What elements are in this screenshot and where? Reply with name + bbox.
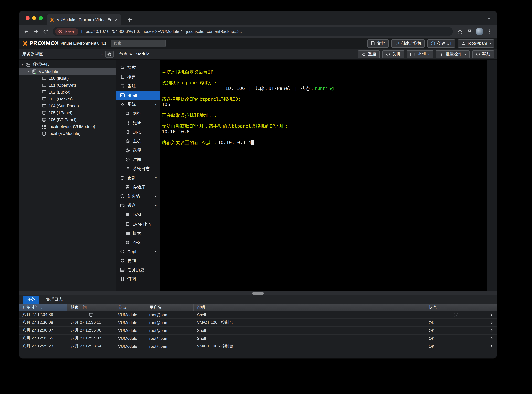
- shell-button[interactable]: Shell▾: [407, 50, 433, 58]
- terminal-line: 10.10.10.8: [162, 129, 487, 134]
- bulk-actions-button[interactable]: 批量操作▾: [436, 50, 470, 58]
- column-header-1[interactable]: 开始时间↓: [19, 304, 67, 311]
- task-cell: OK: [425, 335, 486, 342]
- menu-item-dns[interactable]: DNS: [116, 127, 159, 137]
- close-window-button[interactable]: [26, 16, 30, 20]
- terminal-line: 106: [162, 102, 487, 107]
- console-scroll-gutter[interactable]: [487, 60, 497, 291]
- browser-menu-icon[interactable]: [485, 27, 494, 36]
- tab-tasks[interactable]: 任务: [23, 296, 39, 304]
- menu-item-repositories[interactable]: 存储库: [116, 182, 159, 192]
- reload-button[interactable]: [41, 27, 50, 36]
- row-expand-icon[interactable]: [486, 311, 497, 318]
- tree-item-label: 104 (Sun-Panel): [49, 104, 79, 108]
- task-row[interactable]: 八月 27 12:33:55八月 27 12:34:37VUModuleroot…: [19, 335, 497, 342]
- menu-item-certificates[interactable]: 凭证: [116, 118, 159, 127]
- minimize-window-button[interactable]: [32, 16, 36, 20]
- column-header-2[interactable]: 结束时间: [67, 304, 115, 311]
- menu-item-notes[interactable]: 备注: [116, 81, 159, 91]
- shell-terminal[interactable]: 宝塔虚拟机自定义后台IP 找到以下btpanel虚拟机： ID: 106 ｜ 名…: [159, 60, 487, 291]
- task-row[interactable]: 八月 27 12:36:07八月 27 12:36:08VUModuleroot…: [19, 327, 497, 335]
- menu-item-lvm-thin[interactable]: LVM-Thin: [116, 219, 159, 228]
- task-cell: root@pam: [146, 319, 194, 326]
- tab-cluster-log[interactable]: 集群日志: [45, 296, 64, 304]
- tree-item-vm-105[interactable]: 105 (1Panel): [19, 109, 116, 116]
- menu-item-task-history[interactable]: 任务历史: [116, 265, 159, 275]
- menu-item-firewall[interactable]: 防火墙▸: [116, 192, 159, 201]
- column-header-3[interactable]: 节点: [115, 304, 146, 311]
- row-expand-icon[interactable]: [486, 342, 497, 350]
- panel-resize-handle[interactable]: [252, 292, 264, 295]
- task-cell: Shell: [194, 335, 425, 342]
- menu-item-lvm[interactable]: LVM: [116, 210, 159, 219]
- menu-item-updates[interactable]: 更新▾: [116, 173, 159, 182]
- column-header-4[interactable]: 用户名: [146, 304, 194, 311]
- monitor-icon: [89, 312, 93, 317]
- menu-item-directory[interactable]: 目录: [116, 228, 159, 238]
- documentation-button[interactable]: 文档: [367, 39, 389, 47]
- tasks-tabbar: 任务 集群日志: [19, 295, 497, 304]
- row-expand-icon[interactable]: [486, 335, 497, 342]
- server-view-selector[interactable]: 服务器视图 ▾: [19, 49, 116, 60]
- tree-item-vm-103[interactable]: 103 (Docker): [19, 96, 116, 103]
- tree-expander-icon[interactable]: ▾: [28, 70, 32, 73]
- menu-item-label: LVM-Thin: [133, 222, 151, 226]
- tree-item-vm-106[interactable]: 106 (BT-Panel): [19, 116, 116, 123]
- column-header-6[interactable]: 状态: [425, 304, 486, 311]
- tree-item-storage-local[interactable]: local (VUModule): [19, 130, 116, 137]
- menu-item-replication[interactable]: 复制: [116, 256, 159, 265]
- help-button[interactable]: ?帮助: [472, 50, 494, 58]
- menu-item-hosts[interactable]: 主机: [116, 137, 159, 146]
- tree-expander-icon[interactable]: ▾: [22, 63, 26, 66]
- menu-item-network[interactable]: 网络: [116, 109, 159, 118]
- task-row[interactable]: 八月 27 12:34:38VUModuleroot@pamShell: [19, 311, 497, 319]
- tree-item-vm-101[interactable]: 101 (OpenWrt): [19, 82, 116, 89]
- tree-item-node-vumodule[interactable]: ▾VUModule: [19, 68, 116, 75]
- security-badge[interactable]: 不安全: [55, 28, 78, 35]
- row-expand-icon[interactable]: [486, 319, 497, 326]
- menu-item-ceph[interactable]: Ceph▸: [116, 247, 159, 256]
- back-button[interactable]: [22, 27, 31, 36]
- tab-close-icon[interactable]: [114, 17, 118, 22]
- tree-item-label: VUModule: [39, 69, 58, 74]
- profile-avatar[interactable]: [476, 28, 483, 36]
- bookmark-icon[interactable]: [455, 27, 464, 36]
- restart-button[interactable]: 重启: [358, 50, 380, 58]
- task-row[interactable]: 八月 27 12:25:23八月 27 12:33:54VUModuleroot…: [19, 342, 497, 350]
- menu-item-zfs[interactable]: ZFS: [116, 238, 159, 247]
- tree-item-vm-102[interactable]: 102 (Lucky): [19, 89, 116, 96]
- tree-item-vm-104[interactable]: 104 (Sun-Panel): [19, 103, 116, 109]
- task-cell: VUModule: [115, 327, 146, 334]
- menu-item-summary[interactable]: 概要: [116, 72, 159, 81]
- user-menu-button[interactable]: root@pam ▾: [458, 39, 494, 47]
- menu-item-time[interactable]: 时间: [116, 155, 159, 164]
- create-ct-button[interactable]: 创建 CT: [427, 39, 455, 47]
- column-header-5[interactable]: 说明: [194, 304, 425, 311]
- zoom-window-button[interactable]: [39, 16, 43, 20]
- menu-item-options[interactable]: 选项: [116, 146, 159, 155]
- extensions-icon[interactable]: [465, 27, 474, 36]
- pve-version-label: Virtual Environment 8.4.1: [60, 41, 106, 46]
- global-search-input[interactable]: [111, 40, 166, 47]
- view-settings-button[interactable]: [105, 51, 113, 58]
- shutdown-button[interactable]: 关机: [382, 50, 404, 58]
- row-expand-icon[interactable]: [486, 327, 497, 334]
- menu-item-system[interactable]: 系统▾: [116, 100, 159, 109]
- new-tab-button[interactable]: [127, 16, 133, 23]
- tree-item-storage-localnetwork[interactable]: localnetwork (VUModule): [19, 123, 116, 130]
- menu-item-disks[interactable]: 磁盘▾: [116, 201, 159, 210]
- tree-item-vm-100[interactable]: 100 (iKuai): [19, 75, 116, 82]
- browser-tab[interactable]: VUModule - Proxmox Virtual Environment: [47, 14, 121, 25]
- menu-item-syslog[interactable]: 系统日志: [116, 164, 159, 173]
- tree-item-datacenter[interactable]: ▾数据中心: [19, 61, 116, 68]
- menu-item-shell[interactable]: Shell: [116, 91, 159, 100]
- create-vm-button[interactable]: 创建虚拟机: [391, 39, 425, 47]
- address-bar[interactable]: 不安全 https://10.10.10.254:8006/#v1:0:=nod…: [52, 27, 453, 36]
- browser-window: VUModule - Proxmox Virtual Environment 不…: [19, 11, 497, 358]
- task-cell: root@pam: [146, 342, 194, 350]
- tab-search-icon[interactable]: [487, 16, 492, 21]
- menu-item-subscription[interactable]: 订阅: [116, 275, 159, 284]
- menu-item-search[interactable]: 搜索: [116, 63, 159, 72]
- task-row[interactable]: 八月 27 12:36:08八月 27 12:36:11VUModuleroot…: [19, 319, 497, 327]
- forward-button[interactable]: [31, 27, 40, 36]
